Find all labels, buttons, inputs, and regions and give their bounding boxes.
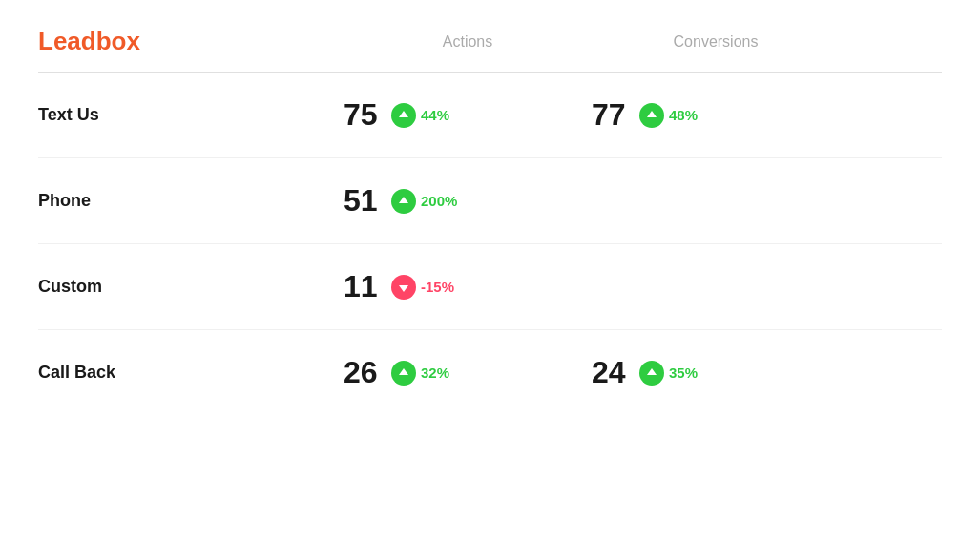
actions-value: 11 [344,269,382,304]
actions-value: 26 [344,355,382,390]
table-row: Text Us7544%7748% [38,73,942,158]
conversions-value: 24 [592,355,630,390]
col-header-conversions: Conversions [592,33,840,51]
header: Leadbox Actions Conversions [38,27,942,73]
row-label: Call Back [38,363,344,383]
main-container: Leadbox Actions Conversions Text Us7544%… [0,0,980,542]
table-row: Phone51200% [38,158,942,244]
actions-pct: 32% [421,365,449,381]
conversions-value: 77 [592,97,630,133]
table-row: Call Back2632%2435% [38,330,942,415]
conversions-pct: 35% [669,365,698,381]
actions-badge: 200% [391,189,457,214]
actions-value: 75 [344,97,382,133]
actions-pct: -15% [421,279,454,295]
arrow-up-icon [639,361,664,386]
table-row: Custom11-15% [38,244,942,330]
row-actions: 2632% [344,355,592,390]
row-conversions: 2435% [592,355,840,390]
conversions-badge: 48% [639,103,698,128]
arrow-up-icon [391,103,416,128]
brand-title: Leadbox [38,27,344,56]
row-actions: 51200% [344,183,592,219]
actions-badge: 44% [391,103,449,128]
actions-badge: -15% [391,275,454,300]
arrow-up-icon [639,103,664,128]
data-rows: Text Us7544%7748%Phone51200%Custom11-15%… [38,73,942,415]
row-conversions: 7748% [592,97,840,133]
arrow-down-icon [391,275,416,300]
row-label: Text Us [38,105,344,125]
actions-pct: 200% [421,193,457,209]
actions-badge: 32% [391,361,449,386]
conversions-pct: 48% [669,107,698,123]
actions-pct: 44% [421,107,449,123]
conversions-badge: 35% [639,361,698,386]
row-actions: 7544% [344,97,592,133]
col-header-actions: Actions [344,33,592,51]
row-label: Phone [38,191,344,211]
row-label: Custom [38,277,344,297]
actions-value: 51 [344,183,382,219]
arrow-up-icon [391,189,416,214]
arrow-up-icon [391,361,416,386]
row-actions: 11-15% [344,269,592,304]
